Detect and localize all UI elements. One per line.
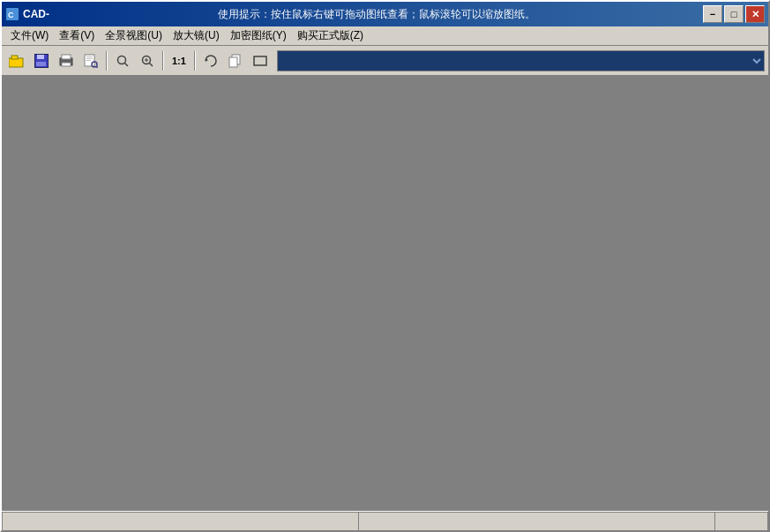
copy-button[interactable] xyxy=(224,49,247,72)
main-window: C CAD- 使用提示：按住鼠标右键可拖动图纸查看；鼠标滚轮可以缩放图纸。 − … xyxy=(0,0,770,532)
titlebar: C CAD- 使用提示：按住鼠标右键可拖动图纸查看；鼠标滚轮可以缩放图纸。 − … xyxy=(2,2,768,26)
svg-line-19 xyxy=(150,63,153,66)
svg-text:C: C xyxy=(8,11,14,19)
drawing-area[interactable] xyxy=(2,76,768,511)
menu-encrypt[interactable]: 加密图纸(Y) xyxy=(225,26,292,45)
file-select[interactable] xyxy=(277,50,765,71)
statusbar-panel-2 xyxy=(359,512,715,530)
window-controls: − □ ✕ xyxy=(703,5,765,23)
toolbar-separator-2 xyxy=(162,51,164,71)
print-preview-button[interactable] xyxy=(79,49,102,72)
menu-panorama[interactable]: 全景视图(U) xyxy=(100,26,168,45)
svg-rect-25 xyxy=(254,56,266,65)
close-button[interactable]: ✕ xyxy=(745,5,765,23)
svg-marker-22 xyxy=(206,58,208,62)
svg-point-16 xyxy=(118,56,126,64)
svg-rect-12 xyxy=(86,58,93,59)
save-button[interactable] xyxy=(30,49,53,72)
menu-magnifier[interactable]: 放大镜(U) xyxy=(168,26,225,45)
titlebar-hint: 使用提示：按住鼠标右键可拖动图纸查看；鼠标滚轮可以缩放图纸。 xyxy=(49,7,703,22)
svg-line-17 xyxy=(125,63,129,66)
rect-button[interactable] xyxy=(249,49,272,72)
maximize-button[interactable]: □ xyxy=(724,5,744,23)
statusbar-panel-3 xyxy=(715,512,768,530)
svg-rect-6 xyxy=(36,62,46,66)
svg-rect-11 xyxy=(86,56,93,57)
app-title: CAD- xyxy=(23,8,49,20)
open-button[interactable] xyxy=(5,49,28,72)
menu-file[interactable]: 文件(W) xyxy=(5,26,54,45)
app-icon: C xyxy=(5,7,19,21)
toolbar: 1:1 xyxy=(2,46,768,76)
print-button[interactable] xyxy=(55,49,78,72)
toolbar-separator-3 xyxy=(194,51,196,71)
svg-rect-5 xyxy=(37,55,44,59)
search-button[interactable] xyxy=(111,49,134,72)
zoom-1-1-button[interactable]: 1:1 xyxy=(168,49,191,72)
refresh-button[interactable] xyxy=(199,49,222,72)
file-dropdown[interactable] xyxy=(277,50,765,71)
svg-rect-3 xyxy=(11,56,18,59)
svg-line-15 xyxy=(96,66,98,68)
search-zoom-button[interactable] xyxy=(136,49,159,72)
minimize-button[interactable]: − xyxy=(703,5,722,23)
menu-view[interactable]: 查看(V) xyxy=(54,26,100,45)
statusbar xyxy=(2,511,768,530)
zoom-label: 1:1 xyxy=(172,56,186,66)
svg-rect-13 xyxy=(86,60,91,61)
toolbar-separator-1 xyxy=(106,51,108,71)
statusbar-panel-1 xyxy=(2,512,359,530)
svg-rect-8 xyxy=(62,55,71,59)
menubar: 文件(W) 查看(V) 全景视图(U) 放大镜(U) 加密图纸(Y) 购买正式版… xyxy=(2,26,768,46)
svg-rect-24 xyxy=(229,57,237,67)
svg-rect-9 xyxy=(62,63,71,66)
menu-buy[interactable]: 购买正式版(Z) xyxy=(292,26,369,45)
